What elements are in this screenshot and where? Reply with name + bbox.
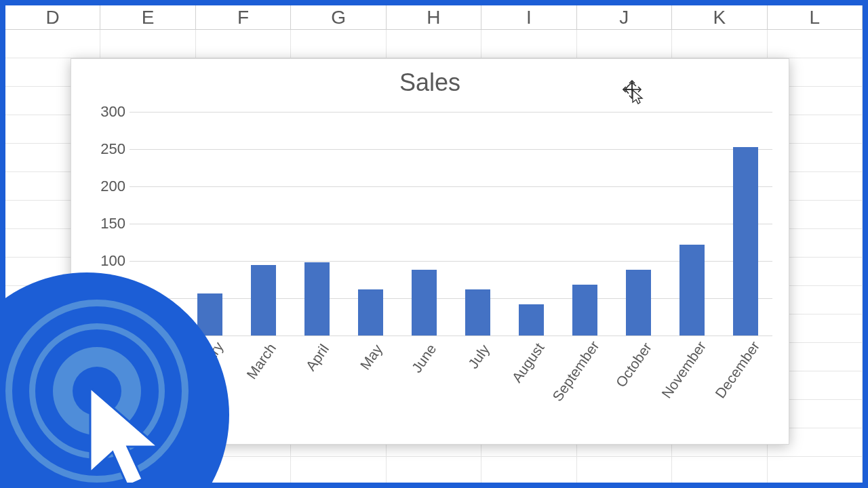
y-tick-label: 250 bbox=[83, 140, 125, 158]
chart-title[interactable]: Sales bbox=[71, 59, 789, 101]
y-tick-label: 200 bbox=[83, 178, 125, 195]
y-tick-label: 100 bbox=[83, 252, 125, 270]
bar[interactable] bbox=[679, 245, 704, 336]
bar[interactable] bbox=[197, 293, 222, 336]
x-tick-label: April bbox=[302, 342, 332, 374]
col-header[interactable]: K bbox=[672, 5, 767, 29]
col-header[interactable]: L bbox=[768, 5, 863, 29]
col-header[interactable]: G bbox=[291, 5, 386, 29]
x-tick-label: March bbox=[243, 340, 279, 382]
move-cursor-icon bbox=[623, 80, 650, 107]
x-tick-label: November bbox=[658, 338, 709, 401]
y-tick-label: 300 bbox=[83, 103, 125, 121]
cursor-arrow-icon bbox=[87, 384, 189, 488]
x-tick-label: August bbox=[509, 340, 547, 386]
plot-area[interactable]: 050100150200250300 bbox=[130, 112, 772, 336]
x-tick-label: July bbox=[465, 342, 492, 371]
bar[interactable] bbox=[358, 289, 382, 336]
x-tick-label: December bbox=[711, 338, 762, 401]
y-tick-label: 150 bbox=[83, 215, 125, 232]
x-tick-label: October bbox=[612, 340, 655, 390]
bar[interactable] bbox=[572, 285, 597, 336]
bar[interactable] bbox=[465, 289, 490, 336]
bar[interactable] bbox=[304, 262, 329, 336]
bar[interactable] bbox=[412, 270, 436, 336]
col-header[interactable]: J bbox=[577, 5, 672, 29]
column-headers-row: D E F G H I J K L bbox=[5, 5, 863, 30]
col-header[interactable]: E bbox=[100, 5, 195, 29]
x-tick-label: May bbox=[357, 342, 385, 373]
bars-container bbox=[130, 112, 772, 336]
bar[interactable] bbox=[251, 265, 275, 336]
col-header[interactable]: H bbox=[387, 5, 481, 29]
col-header[interactable]: I bbox=[481, 5, 576, 29]
bar[interactable] bbox=[519, 304, 543, 336]
x-tick-label: June bbox=[408, 341, 439, 375]
col-header[interactable]: F bbox=[196, 5, 291, 29]
bar[interactable] bbox=[626, 270, 650, 336]
col-header[interactable]: D bbox=[5, 5, 100, 29]
bar[interactable] bbox=[733, 147, 757, 336]
